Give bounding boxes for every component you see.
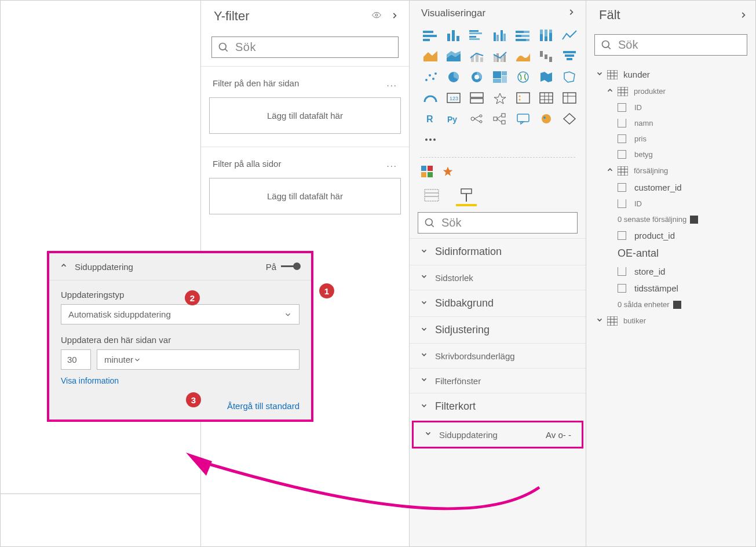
viz-map-icon[interactable] — [514, 69, 532, 85]
field-store-id[interactable]: store_id — [594, 263, 747, 280]
field-senaste[interactable]: 0 senaste försäljning — [594, 211, 747, 227]
field-customer-id[interactable]: customer_id — [594, 179, 747, 196]
field-produkter-id[interactable]: ID — [594, 100, 747, 115]
refresh-type-select[interactable]: Automatisk siduppdatering — [61, 304, 300, 324]
viz-python-icon[interactable]: Py — [444, 111, 463, 127]
svg-rect-65 — [540, 93, 553, 103]
fmt-filter-cards[interactable]: Filterkort — [410, 393, 586, 420]
viz-line-stacked-column-icon[interactable] — [468, 48, 486, 64]
viz-treemap-icon[interactable] — [491, 69, 509, 85]
viz-format-search[interactable]: Sök — [418, 212, 578, 234]
viz-clustered-column-icon[interactable] — [491, 27, 509, 43]
viz-title: Visualiseringar — [421, 8, 485, 19]
interval-value-input[interactable]: 30 — [61, 349, 91, 370]
viz-decomposition-tree-icon[interactable] — [491, 111, 509, 127]
checkbox-icon[interactable] — [618, 199, 626, 208]
checkbox-icon[interactable] — [618, 150, 626, 159]
viz-100-stacked-bar-icon[interactable] — [514, 27, 532, 43]
chevron-right-icon[interactable] — [390, 10, 399, 23]
viz-stacked-area-icon[interactable] — [444, 48, 463, 64]
viz-waterfall-icon[interactable] — [537, 48, 556, 64]
filter-drop-all[interactable]: Lägg till datafält här — [209, 178, 401, 214]
viz-line-icon[interactable] — [560, 27, 579, 43]
table-produkter[interactable]: produkter — [594, 83, 747, 100]
table-kunder[interactable]: kunder — [594, 66, 747, 83]
field-id[interactable]: ID — [594, 196, 747, 211]
show-details-link[interactable]: Visa information — [61, 376, 119, 385]
fmt-page-refresh[interactable]: Siduppdatering Av o- - — [412, 421, 583, 448]
more-icon[interactable]: ... — [386, 78, 397, 88]
viz-more-icon[interactable] — [421, 132, 440, 148]
viz-powerapps-icon[interactable] — [560, 111, 579, 127]
viz-r-icon[interactable]: R — [421, 111, 440, 127]
viz-table-icon[interactable] — [537, 90, 556, 106]
viz-100-stacked-column-icon[interactable] — [537, 27, 556, 43]
reset-default-link[interactable]: Återgå till standard — [227, 401, 300, 411]
table-butiker[interactable]: butiker — [594, 312, 747, 329]
field-oe-antal[interactable]: OE-antal — [594, 244, 747, 263]
viz-pie-icon[interactable] — [444, 69, 463, 85]
viz-slicer-icon[interactable] — [514, 90, 532, 106]
viz-funnel-icon[interactable] — [560, 48, 579, 64]
viz-area-icon[interactable] — [421, 48, 440, 64]
viz-stacked-column-icon[interactable] — [444, 27, 463, 43]
fmt-page-bg[interactable]: Sidbakgrund — [410, 290, 586, 316]
drill-icon[interactable] — [421, 166, 434, 180]
checkbox-icon[interactable] — [618, 103, 626, 112]
fmt-page-size[interactable]: Sidstorlek — [410, 265, 586, 290]
viz-stacked-bar-icon[interactable] — [421, 27, 440, 43]
toggle-on[interactable] — [281, 262, 301, 271]
fmt-wallpaper[interactable]: Skrivbordsunderlägg — [410, 343, 586, 368]
svg-point-105 — [602, 41, 609, 48]
filter-drop-page[interactable]: Lägg till datafält här — [209, 97, 401, 134]
viz-multi-row-card-icon[interactable] — [468, 90, 486, 106]
checkbox-icon[interactable] — [618, 284, 626, 293]
filters-search[interactable]: Sök — [211, 37, 399, 58]
fields-search[interactable]: Sök — [594, 34, 747, 56]
checkbox-icon[interactable] — [618, 134, 626, 143]
svg-rect-13 — [494, 32, 496, 41]
field-tidsstampel[interactable]: tidsstämpel — [594, 280, 747, 297]
tab-fields[interactable] — [421, 187, 442, 206]
table-forsaljning[interactable]: försäljning — [594, 162, 747, 179]
fmt-page-align[interactable]: Sidjustering — [410, 316, 586, 343]
star-icon[interactable] — [442, 166, 454, 180]
field-produkter-betyg[interactable]: betyg — [594, 147, 747, 162]
checkbox-icon[interactable] — [618, 231, 626, 240]
viz-key-influencers-icon[interactable] — [468, 111, 486, 127]
viz-gauge-icon[interactable] — [421, 90, 440, 106]
fmt-filter-pane[interactable]: Filterfönster — [410, 368, 586, 393]
viz-shape-map-icon[interactable] — [560, 69, 579, 85]
tab-format[interactable] — [456, 187, 477, 206]
field-produkter-namn[interactable]: namn — [594, 115, 747, 131]
viz-matrix-icon[interactable] — [560, 90, 579, 106]
field-produkter-pris[interactable]: pris — [594, 131, 747, 147]
svg-rect-20 — [521, 35, 529, 37]
field-product-id[interactable]: product_id — [594, 227, 747, 244]
viz-donut-icon[interactable] — [468, 69, 486, 85]
viz-scatter-icon[interactable] — [421, 69, 440, 85]
chevron-right-icon[interactable] — [739, 8, 747, 23]
viz-filled-map-icon[interactable] — [537, 69, 556, 85]
viz-arcgis-icon[interactable] — [537, 111, 556, 127]
checkbox-icon[interactable] — [618, 119, 626, 127]
eye-icon[interactable] — [371, 10, 382, 23]
more-icon[interactable]: ... — [386, 159, 397, 169]
chevron-right-icon[interactable] — [567, 8, 575, 19]
checkbox-icon[interactable] — [618, 183, 626, 192]
svg-line-76 — [474, 116, 480, 119]
field-salda[interactable]: 0 sålda enheter — [594, 297, 747, 312]
viz-qna-icon[interactable] — [514, 111, 532, 127]
interval-unit-select[interactable]: minuter — [97, 349, 300, 370]
viz-line-clustered-column-icon[interactable] — [491, 48, 509, 64]
viz-kpi-icon[interactable] — [491, 90, 509, 106]
chevron-up-icon[interactable] — [60, 261, 68, 272]
viz-card-icon[interactable]: 123 — [444, 90, 463, 106]
viz-clustered-bar-icon[interactable] — [468, 27, 486, 43]
filter-section-page: Filter på den här sidan ... Lägg till da… — [201, 66, 409, 147]
viz-ribbon-icon[interactable] — [514, 48, 532, 64]
checkbox-icon[interactable] — [618, 267, 626, 276]
svg-point-51 — [474, 75, 479, 79]
fmt-page-info[interactable]: Sidinformation — [410, 238, 586, 265]
chevron-down-icon — [420, 298, 428, 309]
